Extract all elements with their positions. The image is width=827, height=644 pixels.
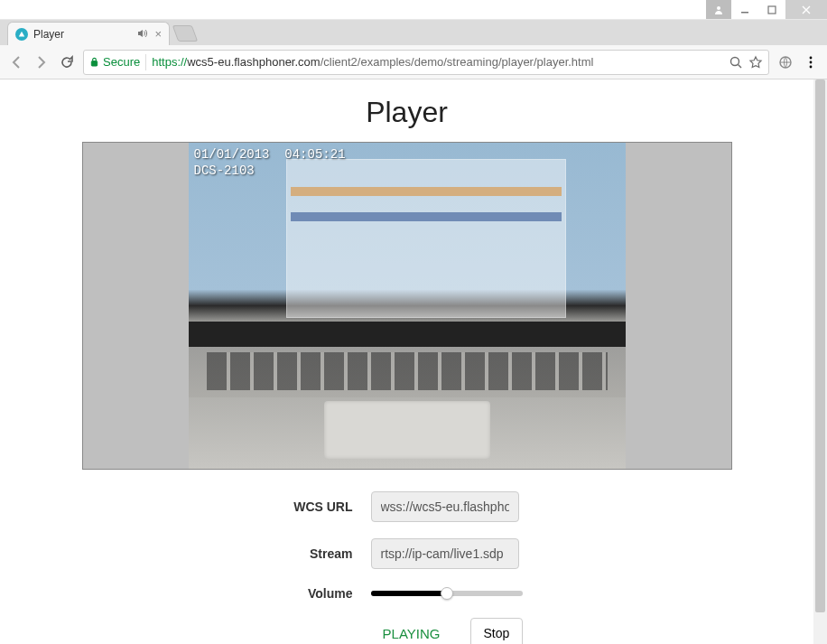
os-maximize-button[interactable] (758, 0, 785, 19)
svg-point-5 (731, 57, 739, 65)
camera-overlay-text: 01/01/2013 04:05:21 DCS-2103 (194, 146, 346, 179)
vertical-scrollbar-thumb[interactable] (815, 79, 825, 612)
svg-point-0 (717, 6, 720, 10)
omnibox[interactable]: Secure https://wcs5-eu.flashphoner.com/c… (83, 50, 769, 75)
url-text: https://wcs5-eu.flashphoner.com/client2/… (152, 55, 723, 69)
browser-toolbar: Secure https://wcs5-eu.flashphoner.com/c… (0, 45, 827, 79)
browser-viewport: Player 01/01/2013 04:05:21 DCS-2103 WCS … (0, 79, 827, 644)
stop-button[interactable]: Stop (470, 618, 524, 644)
secure-indicator[interactable]: Secure (89, 55, 140, 69)
zoom-icon[interactable] (729, 55, 743, 70)
svg-point-7 (810, 56, 813, 59)
stream-label: Stream (209, 546, 371, 561)
video-frame: 01/01/2013 04:05:21 DCS-2103 (82, 142, 732, 470)
svg-marker-3 (19, 31, 24, 36)
volume-slider-thumb[interactable] (441, 587, 453, 600)
audio-icon[interactable] (136, 28, 147, 41)
omnibox-divider (145, 54, 146, 70)
menu-dots-icon (804, 55, 818, 70)
tab-favicon-icon (15, 28, 28, 41)
menu-button[interactable] (802, 53, 820, 71)
reload-icon (60, 55, 74, 70)
volume-label: Volume (209, 586, 371, 601)
reload-button[interactable] (58, 53, 76, 71)
tab-title: Player (33, 28, 131, 41)
back-button[interactable] (7, 53, 25, 71)
new-tab-button[interactable] (172, 25, 199, 42)
profile-button[interactable] (776, 53, 794, 71)
player-form: WCS URL Stream Volume PLAYING (209, 491, 606, 644)
os-titlebar (0, 0, 827, 20)
svg-point-8 (810, 61, 813, 63)
wcs-url-input[interactable] (371, 491, 519, 522)
maximize-icon (767, 5, 776, 14)
page-content: Player 01/01/2013 04:05:21 DCS-2103 WCS … (0, 79, 813, 644)
user-icon (714, 5, 723, 14)
star-icon[interactable] (748, 55, 763, 70)
svg-rect-4 (91, 61, 97, 67)
volume-slider[interactable] (371, 585, 523, 602)
browser-tab-active[interactable]: Player × (7, 22, 170, 45)
vertical-scrollbar[interactable] (813, 79, 827, 644)
svg-rect-1 (741, 12, 748, 14)
video-feed[interactable]: 01/01/2013 04:05:21 DCS-2103 (189, 143, 626, 469)
video-detail-hinge (189, 322, 626, 347)
stream-input[interactable] (371, 538, 519, 569)
os-minimize-button[interactable] (731, 0, 758, 19)
lock-icon (89, 57, 99, 67)
tab-close-icon[interactable]: × (154, 27, 162, 41)
svg-point-9 (810, 65, 813, 68)
minimize-icon (740, 5, 749, 14)
arrow-left-icon (9, 55, 23, 70)
video-detail-screen (286, 159, 566, 318)
video-detail-trackpad (324, 401, 490, 459)
forward-button[interactable] (33, 53, 51, 71)
browser-tab-strip: Player × (0, 20, 827, 45)
wcs-url-label: WCS URL (209, 499, 371, 514)
svg-rect-2 (768, 6, 776, 14)
close-icon (802, 5, 811, 14)
secure-label: Secure (103, 55, 140, 69)
page-title: Player (14, 96, 799, 129)
globe-icon (778, 55, 793, 70)
os-close-button[interactable] (785, 0, 827, 19)
status-text: PLAYING (371, 626, 452, 641)
os-user-button[interactable] (706, 0, 731, 19)
video-detail-keyboard (189, 347, 626, 397)
arrow-right-icon (34, 55, 49, 70)
